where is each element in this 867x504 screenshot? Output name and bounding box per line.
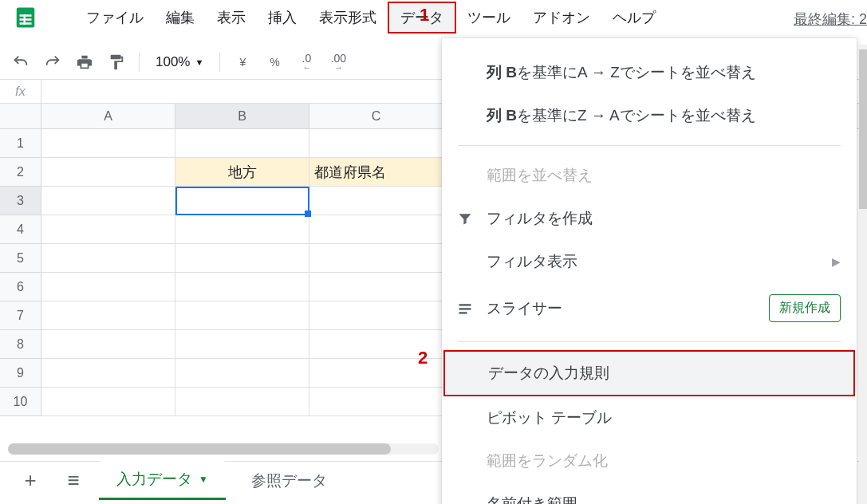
sheet-tab-active[interactable]: 入力データ▼ — [99, 461, 226, 500]
cell-c4[interactable] — [309, 215, 443, 244]
last-edit-link[interactable]: 最終編集: 2 — [794, 10, 867, 29]
cell-b5[interactable] — [175, 244, 309, 273]
svg-rect-5 — [459, 304, 471, 306]
cell-a4[interactable] — [41, 215, 175, 244]
cell-c3[interactable] — [309, 187, 443, 215]
menu-tools[interactable]: ツール — [456, 3, 522, 32]
paint-format-button[interactable] — [102, 48, 131, 77]
menu-sort-range: 範囲を並べ替え — [442, 154, 857, 197]
slicer-icon — [456, 300, 474, 317]
menu-format[interactable]: 表示形式 — [308, 3, 388, 32]
svg-rect-4 — [24, 14, 26, 25]
cell-c1[interactable] — [309, 129, 443, 158]
cell-c2[interactable]: 都道府県名 — [309, 158, 443, 187]
menu-insert[interactable]: 挿入 — [257, 3, 308, 32]
cell-a8[interactable] — [41, 330, 175, 359]
sheets-logo[interactable] — [8, 0, 43, 35]
menu-sort-az[interactable]: 列 B を基準にA → Zでシートを並べ替え — [442, 51, 857, 94]
menu-help[interactable]: ヘルプ — [601, 3, 667, 32]
row-header-4[interactable]: 4 — [0, 215, 41, 244]
menu-slicer[interactable]: スライサー 新規作成 — [442, 283, 857, 333]
cell-b10[interactable] — [175, 388, 309, 416]
menu-file[interactable]: ファイル — [75, 3, 155, 32]
cell-a1[interactable] — [41, 129, 175, 158]
cell-a5[interactable] — [41, 244, 175, 273]
horizontal-scrollbar[interactable] — [8, 443, 439, 455]
percent-button[interactable]: % — [260, 48, 289, 77]
annotation-2: 2 — [418, 348, 428, 368]
annotation-1: 1 — [420, 5, 429, 26]
cell-b8[interactable] — [175, 330, 309, 359]
cell-b3[interactable] — [175, 187, 309, 215]
zoom-dropdown[interactable]: 100%▼ — [148, 54, 211, 70]
col-header-c[interactable]: C — [309, 104, 443, 128]
select-all-corner[interactable] — [0, 104, 41, 129]
cell-c5[interactable] — [309, 244, 443, 273]
menu-addons[interactable]: アドオン — [522, 3, 601, 32]
currency-button[interactable]: ¥ — [228, 48, 257, 77]
all-sheets-button[interactable]: ≡ — [56, 463, 91, 498]
row-header-10[interactable]: 10 — [0, 388, 41, 416]
submenu-arrow-icon: ▶ — [832, 255, 841, 268]
row-header-6[interactable]: 6 — [0, 273, 41, 301]
cell-a6[interactable] — [41, 273, 175, 301]
redo-button[interactable] — [38, 48, 67, 77]
row-header-5[interactable]: 5 — [0, 244, 41, 273]
fx-label: fx — [0, 80, 41, 103]
cell-c10[interactable] — [309, 388, 443, 416]
menu-edit[interactable]: 編集 — [155, 3, 206, 32]
sheet-tab-reference[interactable]: 参照データ — [234, 463, 345, 499]
data-menu-dropdown: 列 B を基準にA → Zでシートを並べ替え 列 B を基準にZ → Aでシート… — [442, 38, 857, 504]
dropdown-scrollbar[interactable] — [859, 45, 867, 504]
tab-dropdown-icon[interactable]: ▼ — [199, 474, 208, 485]
menu-named-ranges[interactable]: 名前付き範囲 — [442, 482, 857, 504]
cell-a7[interactable] — [41, 301, 175, 330]
row-header-2[interactable]: 2 — [0, 158, 41, 187]
selection-handle[interactable] — [305, 211, 311, 217]
cell-a10[interactable] — [41, 388, 175, 416]
menu-randomize-range: 範囲をランダム化 — [442, 439, 857, 482]
row-header-8[interactable]: 8 — [0, 330, 41, 359]
decrease-decimal-button[interactable]: .0← — [292, 48, 321, 77]
menu-pivot-table[interactable]: ピボット テーブル — [442, 396, 857, 439]
cell-a3[interactable] — [41, 187, 175, 215]
row-header-9[interactable]: 9 — [0, 359, 41, 388]
increase-decimal-button[interactable]: .00→ — [324, 48, 353, 77]
svg-rect-7 — [459, 312, 467, 314]
cell-a9[interactable] — [41, 359, 175, 388]
svg-rect-6 — [459, 308, 471, 310]
cell-b4[interactable] — [175, 215, 309, 244]
cell-b7[interactable] — [175, 301, 309, 330]
col-header-b[interactable]: B — [175, 104, 309, 128]
menu-filter-view[interactable]: フィルタ表示▶ — [442, 240, 857, 283]
row-header-7[interactable]: 7 — [0, 301, 41, 330]
cell-b6[interactable] — [175, 273, 309, 301]
menu-sort-za[interactable]: 列 B を基準にZ → Aでシートを並べ替え — [442, 94, 857, 137]
row-header-3[interactable]: 3 — [0, 187, 41, 215]
cell-a2[interactable] — [41, 158, 175, 187]
add-sheet-button[interactable]: + — [13, 463, 48, 498]
cell-c7[interactable] — [309, 301, 443, 330]
cell-b1[interactable] — [175, 129, 309, 158]
filter-icon — [456, 210, 474, 227]
undo-button[interactable] — [6, 48, 35, 77]
cell-b9[interactable] — [175, 359, 309, 388]
new-badge: 新規作成 — [769, 294, 841, 322]
print-button[interactable] — [70, 48, 99, 77]
cell-b2[interactable]: 地方 — [175, 158, 309, 187]
menu-create-filter[interactable]: フィルタを作成 — [442, 197, 857, 240]
menu-view[interactable]: 表示 — [206, 3, 257, 32]
menu-data-validation[interactable]: データの入力規則 — [443, 350, 855, 396]
menu-bar: ファイル 編集 表示 挿入 表示形式 データ ツール アドオン ヘルプ — [75, 2, 667, 33]
row-header-1[interactable]: 1 — [0, 129, 41, 158]
cell-c6[interactable] — [309, 273, 443, 301]
col-header-a[interactable]: A — [41, 104, 175, 128]
